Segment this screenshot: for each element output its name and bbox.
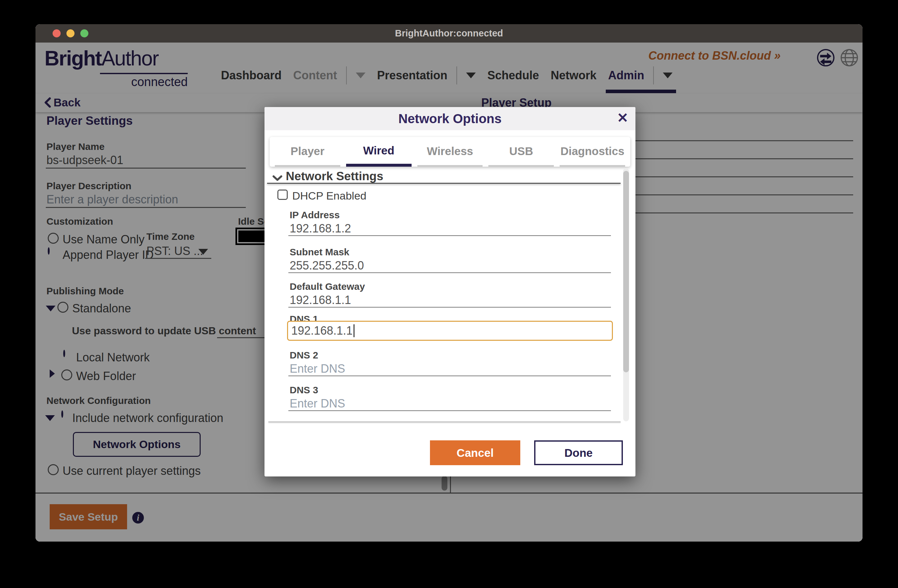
modal-content-bottom-divider <box>268 421 621 422</box>
network-options-modal: Network Options ✕ Player Wired Wireless … <box>264 107 635 476</box>
dns1-input-focused[interactable]: 192.168.1.1 <box>287 321 613 341</box>
subnet-mask-input[interactable]: 255.255.255.0 <box>290 259 364 272</box>
ip-address-input[interactable]: 192.168.1.2 <box>290 222 351 235</box>
app-window: BrightAuthor:connected BrightAuthor conn… <box>35 24 863 542</box>
dhcp-enabled-checkbox[interactable] <box>277 190 288 200</box>
modal-tab-bar: Player Wired Wireless USB Diagnostics <box>270 137 630 167</box>
modal-scrollbar-track[interactable] <box>623 168 629 421</box>
dns2-input[interactable]: Enter DNS <box>290 362 345 376</box>
default-gateway-label: Default Gateway <box>290 281 365 292</box>
modal-scrollbar-thumb[interactable] <box>623 171 629 372</box>
done-button[interactable]: Done <box>534 441 623 465</box>
close-icon[interactable]: ✕ <box>617 110 628 126</box>
modal-title: Network Options <box>264 112 635 126</box>
dns3-underline <box>288 410 611 411</box>
tab-usb[interactable]: USB <box>488 137 554 167</box>
tab-wired[interactable]: Wired <box>346 137 412 167</box>
text-cursor <box>354 324 355 337</box>
macos-titlebar: BrightAuthor:connected <box>35 24 863 43</box>
tab-player[interactable]: Player <box>275 137 340 167</box>
tab-wireless[interactable]: Wireless <box>417 137 483 167</box>
window-title: BrightAuthor:connected <box>35 28 863 39</box>
modal-header: Network Options ✕ <box>264 107 635 130</box>
dhcp-enabled-label: DHCP Enabled <box>292 190 366 202</box>
chevron-down-icon[interactable] <box>272 175 283 182</box>
dns1-value: 192.168.1.1 <box>291 324 352 338</box>
dns3-label: DNS 3 <box>290 385 318 396</box>
subnet-mask-label: Subnet Mask <box>290 247 349 258</box>
tab-diagnostics[interactable]: Diagnostics <box>560 137 625 167</box>
ip-address-underline <box>288 235 611 236</box>
subnet-mask-underline <box>288 272 611 273</box>
app-content: BrightAuthor connected Dashboard Content… <box>35 43 863 542</box>
dns3-input[interactable]: Enter DNS <box>290 397 345 410</box>
ip-address-label: IP Address <box>290 210 340 221</box>
dns2-underline <box>288 376 611 376</box>
cancel-button[interactable]: Cancel <box>430 441 520 465</box>
default-gateway-underline <box>288 307 611 307</box>
section-divider <box>267 183 621 184</box>
default-gateway-input[interactable]: 192.168.1.1 <box>290 293 351 307</box>
dns2-label: DNS 2 <box>290 350 318 361</box>
network-settings-section-header[interactable]: Network Settings <box>286 170 383 183</box>
